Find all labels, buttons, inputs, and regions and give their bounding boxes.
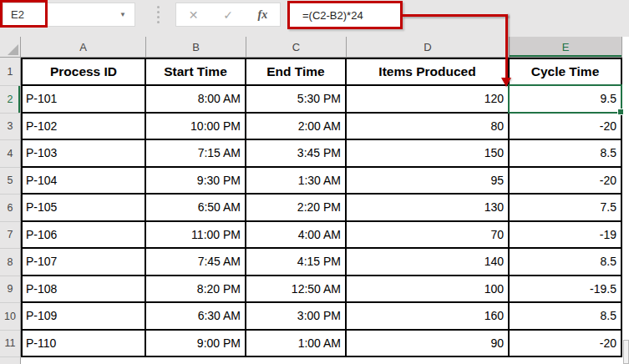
cancel-icon[interactable]: ✕ bbox=[189, 8, 199, 22]
formula-buttons: ✕ ✓ fx bbox=[175, 3, 281, 27]
table-row: 2 P-101 8:00 AM 5:30 PM 120 9.5 bbox=[0, 86, 622, 114]
name-box-cell-reference[interactable]: E2 bbox=[3, 8, 119, 21]
cell-cycle-time[interactable]: -20 bbox=[510, 114, 622, 141]
cell-end-time[interactable]: 1:30 AM bbox=[246, 168, 347, 195]
cell-cycle-time[interactable]: 7.5 bbox=[510, 195, 622, 222]
row-number[interactable]: 9 bbox=[0, 276, 21, 304]
cell-end-time[interactable]: 2:20 PM bbox=[246, 195, 347, 222]
cell-end-time[interactable]: 2:00 AM bbox=[246, 114, 347, 141]
formula-bar-input[interactable]: =(C2-B2)*24 bbox=[290, 3, 400, 27]
column-headers: A B C D E bbox=[0, 37, 622, 58]
table-row: 5 P-104 9:30 PM 1:30 AM 95 -20 bbox=[0, 168, 622, 195]
worksheet-grid: A B C D E 1 Process ID Start Time End Ti… bbox=[0, 37, 622, 364]
cell-end-time[interactable]: 3:45 PM bbox=[246, 140, 347, 168]
cell-items-produced[interactable]: 80 bbox=[347, 114, 510, 141]
cell-start-time[interactable]: 8:00 AM bbox=[146, 86, 246, 114]
annotation-arrow-horizontal bbox=[402, 14, 508, 17]
cell-process-id[interactable]: P-102 bbox=[21, 114, 146, 141]
column-header-b[interactable]: B bbox=[146, 37, 246, 58]
cell-process-id[interactable]: P-107 bbox=[21, 249, 146, 276]
cell-cycle-time[interactable]: 9.5 bbox=[510, 86, 622, 114]
header-process-id[interactable]: Process ID bbox=[21, 58, 146, 86]
header-start-time[interactable]: Start Time bbox=[146, 58, 246, 86]
cell-cycle-time[interactable]: -19.5 bbox=[510, 276, 622, 304]
column-header-d[interactable]: D bbox=[347, 37, 510, 58]
row-number[interactable]: 3 bbox=[0, 114, 21, 141]
cell-process-id[interactable]: P-104 bbox=[21, 168, 146, 195]
row-number[interactable]: 8 bbox=[0, 249, 21, 276]
cell-start-time[interactable]: 9:00 PM bbox=[146, 331, 246, 358]
formula-bar-resize-handle[interactable] bbox=[154, 3, 162, 25]
row-number[interactable]: 7 bbox=[0, 222, 21, 250]
cell-start-time[interactable]: 11:00 PM bbox=[146, 222, 246, 250]
cell-items-produced[interactable]: 90 bbox=[347, 331, 510, 358]
row-number[interactable]: 11 bbox=[0, 331, 21, 358]
cell-process-id[interactable]: P-101 bbox=[21, 86, 146, 114]
cell-end-time[interactable]: 4:00 AM bbox=[246, 222, 347, 250]
table-body: 2 P-101 8:00 AM 5:30 PM 120 9.5 3 P-102 … bbox=[0, 86, 622, 357]
cell-cycle-time[interactable]: 8.5 bbox=[510, 249, 622, 276]
cell-start-time[interactable]: 6:50 AM bbox=[146, 195, 246, 222]
cell-process-id[interactable]: P-105 bbox=[21, 195, 146, 222]
cell-end-time[interactable]: 3:00 PM bbox=[246, 303, 347, 331]
cell-cycle-time[interactable]: 8.5 bbox=[510, 303, 622, 331]
vertical-scrollbar[interactable] bbox=[623, 340, 629, 364]
insert-function-icon[interactable]: fx bbox=[257, 8, 267, 22]
cell-start-time[interactable]: 7:45 AM bbox=[146, 249, 246, 276]
cell-cycle-time[interactable]: -19 bbox=[510, 222, 622, 250]
spreadsheet-app: E2 ▼ ✕ ✓ fx =(C2-B2)*24 A B C D E 1 Proc… bbox=[0, 0, 629, 364]
cell-items-produced[interactable]: 120 bbox=[347, 86, 510, 114]
annotation-arrow-vertical bbox=[505, 14, 508, 78]
row-number[interactable]: 1 bbox=[0, 58, 21, 86]
cell-cycle-time[interactable]: -20 bbox=[510, 168, 622, 195]
cell-start-time[interactable]: 9:30 PM bbox=[146, 168, 246, 195]
cell-process-id[interactable]: P-110 bbox=[21, 331, 146, 358]
name-box-dropdown-icon[interactable]: ▼ bbox=[119, 11, 134, 18]
table-row: 6 P-105 6:50 AM 2:20 PM 130 7.5 bbox=[0, 195, 622, 222]
header-items-produced[interactable]: Items Produced bbox=[347, 58, 510, 86]
row-number[interactable]: 4 bbox=[0, 140, 21, 168]
cell-start-time[interactable]: 8:20 PM bbox=[146, 276, 246, 304]
cell-items-produced[interactable]: 100 bbox=[347, 276, 510, 304]
name-box[interactable]: E2 ▼ bbox=[3, 3, 135, 27]
row-number[interactable] bbox=[0, 357, 21, 364]
cell-end-time[interactable]: 1:00 AM bbox=[246, 331, 347, 358]
formula-toolbar: E2 ▼ ✕ ✓ fx =(C2-B2)*24 bbox=[0, 0, 629, 37]
cell-items-produced[interactable]: 130 bbox=[347, 195, 510, 222]
header-end-time[interactable]: End Time bbox=[246, 58, 347, 86]
cell-process-id[interactable]: P-109 bbox=[21, 303, 146, 331]
column-header-c[interactable]: C bbox=[246, 37, 347, 58]
row-number[interactable]: 10 bbox=[0, 303, 21, 331]
cell-start-time[interactable]: 10:00 PM bbox=[146, 114, 246, 141]
table-row: 8 P-107 7:45 AM 4:15 PM 140 8.5 bbox=[0, 249, 622, 276]
cell-end-time[interactable]: 4:15 PM bbox=[246, 249, 347, 276]
row-number[interactable]: 2 bbox=[0, 86, 21, 114]
cell-items-produced[interactable]: 150 bbox=[347, 140, 510, 168]
cell-items-produced[interactable]: 95 bbox=[347, 168, 510, 195]
cell-process-id[interactable]: P-103 bbox=[21, 140, 146, 168]
cell-items-produced[interactable]: 70 bbox=[347, 222, 510, 250]
cell-items-produced[interactable]: 160 bbox=[347, 303, 510, 331]
enter-icon[interactable]: ✓ bbox=[223, 8, 233, 22]
table-row: 4 P-103 7:15 AM 3:45 PM 150 8.5 bbox=[0, 140, 622, 168]
row-number[interactable]: 5 bbox=[0, 168, 21, 195]
table-header-row: 1 Process ID Start Time End Time Items P… bbox=[0, 58, 622, 86]
cell-end-time[interactable]: 5:30 PM bbox=[246, 86, 347, 114]
table-row: 9 P-108 8:20 PM 12:50 AM 100 -19.5 bbox=[0, 276, 622, 304]
cell-process-id[interactable]: P-106 bbox=[21, 222, 146, 250]
cell-cycle-time[interactable]: -20 bbox=[510, 331, 622, 358]
column-header-a[interactable]: A bbox=[21, 37, 146, 58]
annotation-arrow-head-icon bbox=[501, 78, 511, 87]
cell-end-time[interactable]: 12:50 AM bbox=[246, 276, 347, 304]
partial-next-row bbox=[0, 357, 622, 364]
row-number[interactable]: 6 bbox=[0, 195, 21, 222]
cell-items-produced[interactable]: 140 bbox=[347, 249, 510, 276]
cell-start-time[interactable]: 6:30 AM bbox=[146, 303, 246, 331]
table-row: 10 P-109 6:30 AM 3:00 PM 160 8.5 bbox=[0, 303, 622, 331]
column-header-e[interactable]: E bbox=[510, 37, 622, 58]
cell-start-time[interactable]: 7:15 AM bbox=[146, 140, 246, 168]
header-cycle-time[interactable]: Cycle Time bbox=[510, 58, 622, 86]
cell-process-id[interactable]: P-108 bbox=[21, 276, 146, 304]
select-all-corner[interactable] bbox=[0, 37, 21, 58]
cell-cycle-time[interactable]: 8.5 bbox=[510, 140, 622, 168]
